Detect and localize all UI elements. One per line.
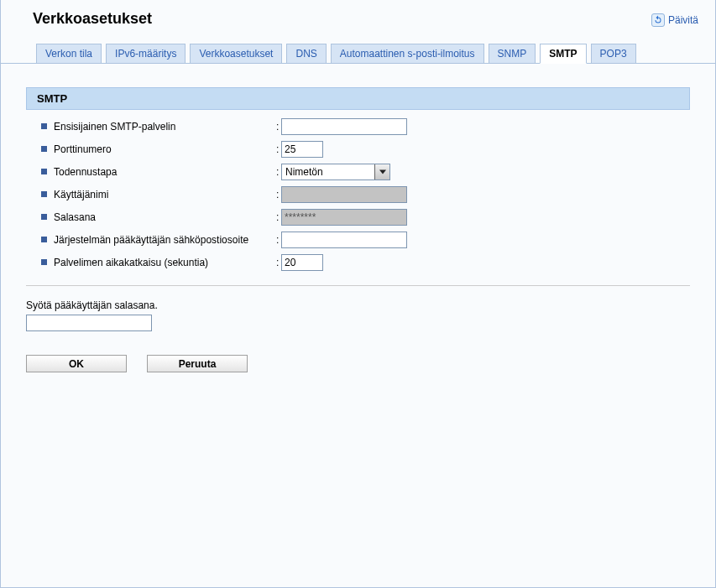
password-input (281, 209, 407, 226)
refresh-icon (651, 13, 665, 27)
label-timeout: Palvelimen aikakatkaisu (sekuntia) (54, 257, 208, 268)
row-primary-server: Ensisijainen SMTP-palvelin : (26, 115, 690, 138)
row-auth: Todennustapa : Nimetön (26, 160, 690, 183)
section-header: SMTP (26, 87, 690, 110)
button-row: OK Peruuta (26, 355, 690, 372)
row-port: Porttinumero : (26, 138, 690, 160)
timeout-input[interactable] (281, 254, 323, 271)
page-header: Verkkoasetukset Päivitä (1, 0, 715, 28)
label-port: Porttinumero (54, 143, 112, 155)
tab-snmp[interactable]: SNMP (489, 44, 536, 64)
tab-ipv6-maaritys[interactable]: IPv6-määritys (106, 44, 186, 64)
primary-server-input[interactable] (281, 118, 407, 135)
tab-auto-sposti[interactable]: Automaattinen s-posti-ilmoitus (331, 44, 484, 64)
chevron-down-icon (374, 164, 389, 180)
bullet-icon (41, 146, 47, 152)
label-password: Salasana (54, 211, 96, 223)
auth-select-value: Nimetön (282, 166, 374, 178)
cancel-button[interactable]: Peruuta (147, 355, 248, 372)
bullet-icon (41, 237, 47, 242)
tab-verkon-tila[interactable]: Verkon tila (36, 44, 102, 64)
tab-dns[interactable]: DNS (286, 44, 326, 64)
tab-verkkoasetukset[interactable]: Verkkoasetukset (190, 44, 282, 64)
auth-select[interactable]: Nimetön (281, 164, 390, 180)
tab-pop3[interactable]: POP3 (591, 44, 636, 64)
row-timeout: Palvelimen aikakatkaisu (sekuntia) : (26, 251, 690, 273)
port-input[interactable] (281, 141, 323, 158)
label-username: Käyttäjänimi (54, 189, 108, 200)
admin-password-area: Syötä pääkäyttäjän salasana. (26, 299, 690, 331)
row-password: Salasana : (26, 206, 690, 228)
label-auth: Todennustapa (54, 166, 117, 178)
bullet-icon (41, 214, 47, 220)
page-title: Verkkoasetukset (33, 10, 152, 28)
bullet-icon (41, 259, 47, 265)
admin-password-input[interactable] (26, 315, 152, 331)
label-admin-email: Järjestelmän pääkäyttäjän sähköpostiosoi… (54, 234, 248, 246)
admin-password-prompt: Syötä pääkäyttäjän salasana. (26, 299, 690, 311)
refresh-button[interactable]: Päivitä (651, 13, 698, 27)
smtp-form: Ensisijainen SMTP-palvelin : Porttinumer… (26, 115, 690, 286)
admin-email-input[interactable] (281, 232, 407, 248)
ok-button[interactable]: OK (26, 355, 127, 372)
bullet-icon (41, 123, 47, 129)
label-primary-server: Ensisijainen SMTP-palvelin (54, 121, 175, 133)
tab-smtp[interactable]: SMTP (540, 44, 586, 64)
bullet-icon (41, 191, 47, 197)
row-username: Käyttäjänimi : (26, 183, 690, 206)
username-input (281, 186, 407, 203)
bullet-icon (41, 169, 47, 174)
page-container: Verkkoasetukset Päivitä Verkon tila IPv6… (0, 0, 716, 588)
row-admin-email: Järjestelmän pääkäyttäjän sähköpostiosoi… (26, 228, 690, 251)
refresh-label: Päivitä (668, 14, 698, 26)
tab-bar: Verkon tila IPv6-määritys Verkkoasetukse… (1, 28, 715, 64)
